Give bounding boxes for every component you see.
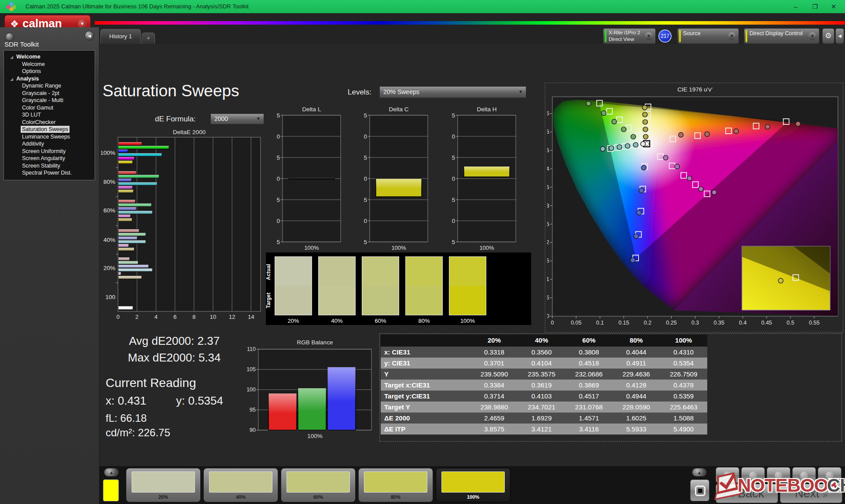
patch-button-80%[interactable]: 80% xyxy=(358,468,433,502)
current-patch-swatch[interactable] xyxy=(103,479,119,501)
row-label: ΔE 2000 xyxy=(381,413,470,424)
tree-item-welcome[interactable]: Welcome xyxy=(4,61,95,68)
source-dropdown[interactable]: Source ▼ xyxy=(677,28,739,44)
tree-item-spectral-power-dist-[interactable]: Spectral Power Dist. xyxy=(4,169,95,177)
chevron-down-icon[interactable]: ▼ xyxy=(645,32,653,40)
stop-button[interactable] xyxy=(690,479,709,501)
maximize-button[interactable]: ❐ xyxy=(806,1,824,12)
chevron-down-icon: ▼ xyxy=(256,113,261,124)
display-control-dropdown[interactable]: Direct Display Control ▼ xyxy=(744,28,819,44)
measurement-table-panel: 20%40%60%80%100%x: CIE310.33180.35600.38… xyxy=(379,333,842,442)
sync-icon xyxy=(826,471,834,479)
svg-text:100%: 100% xyxy=(391,245,406,251)
meter-count-badge[interactable]: 217 xyxy=(658,29,672,43)
tab-history-1[interactable]: History 1 xyxy=(100,29,141,44)
table-row: ΔE ITP3.85753.41213.41165.59335.4900 xyxy=(381,424,707,435)
tree-item-3d-lut[interactable]: 3D LUT xyxy=(4,111,95,119)
tree-item-additivity[interactable]: Additivity xyxy=(4,140,95,148)
svg-text:100: 100 xyxy=(105,294,115,300)
reading-fl: fL: 66.18 xyxy=(106,412,147,424)
tree-item-color-gamut[interactable]: Color Gamut xyxy=(4,104,95,112)
tree-item-colorchecker[interactable]: ColorChecker xyxy=(4,119,95,126)
svg-text:-5: -5 xyxy=(452,197,455,203)
transport-button-4[interactable] xyxy=(792,467,816,483)
transport-button-2[interactable] xyxy=(741,467,765,483)
chevron-down-icon: ▼ xyxy=(518,86,523,97)
minimize-button[interactable]: – xyxy=(787,1,805,12)
swatch-level-label: 20% xyxy=(275,318,312,324)
tree-item-screen-uniformity[interactable]: Screen Uniformity xyxy=(4,148,95,155)
actual-half xyxy=(275,257,312,286)
svg-text:95: 95 xyxy=(250,407,256,413)
tree-expanded-icon[interactable] xyxy=(10,56,13,59)
nav-expand-button[interactable]: ▲ xyxy=(692,468,707,477)
patch-bar-expand-button[interactable]: ▲ xyxy=(104,468,119,477)
tree-item-label: Screen Uniformity xyxy=(21,148,67,155)
sidebar-options-button[interactable] xyxy=(5,33,14,41)
transport-button-1[interactable] xyxy=(716,467,739,483)
tree-item-screen-stability[interactable]: Screen Stability xyxy=(4,162,95,170)
cell-value: 0.3384 xyxy=(470,380,518,391)
cell-value: 1.6929 xyxy=(518,413,566,424)
patch-label: 20% xyxy=(126,494,200,500)
sidebar-collapse-button[interactable]: ◀ xyxy=(84,31,94,40)
calman-menu-chevron-icon[interactable]: ▼ xyxy=(78,19,87,28)
measurement-table: 20%40%60%80%100%x: CIE310.33180.35600.38… xyxy=(381,335,707,435)
tree-item-screen-angularity[interactable]: Screen Angularity xyxy=(4,155,95,162)
patch-button-20%[interactable]: 20% xyxy=(126,468,201,502)
cie-diagram-panel: CIE 1976 u'v'000.050.050.10.10.150.150.2… xyxy=(545,83,843,332)
cell-value: 232.0686 xyxy=(565,369,613,380)
cell-value: 2.4659 xyxy=(470,413,518,424)
cell-value: 0.3808 xyxy=(565,347,613,358)
tree-item-luminance-sweeps[interactable]: Luminance Sweeps xyxy=(4,133,95,141)
record-icon xyxy=(775,471,783,479)
reading-y: y: 0.5354 xyxy=(176,394,223,408)
patch-color xyxy=(364,471,427,493)
add-tab-button[interactable]: + xyxy=(142,33,155,44)
stop-icon xyxy=(695,486,705,496)
cell-value: 234.7021 xyxy=(518,402,566,413)
rainbow-strip xyxy=(95,21,845,25)
sidebar: ◀ SDR Toolkit WelcomeWelcomeOptionsAnaly… xyxy=(0,27,99,504)
meter-dropdown[interactable]: X-Rite i1Pro 2 Direct View ▼ xyxy=(603,28,656,44)
display-control-status-accent xyxy=(746,30,747,42)
patch-button-40%[interactable]: 40% xyxy=(203,468,278,502)
svg-text:10: 10 xyxy=(452,133,455,140)
patch-button-100%[interactable]: 100% xyxy=(436,468,511,502)
tree-item-grayscale-multi[interactable]: Grayscale - Multi xyxy=(4,97,95,104)
back-button[interactable]: « Back xyxy=(716,484,778,503)
tree-item-label: Spectral Power Dist. xyxy=(21,169,73,176)
de-formula-dropdown[interactable]: 2000▼ xyxy=(210,113,264,124)
svg-text:0.5: 0.5 xyxy=(786,320,794,326)
tree-item-label: Luminance Sweeps xyxy=(21,133,71,140)
tree-item-grayscale-2pt[interactable]: Grayscale - 2pt xyxy=(4,90,95,97)
svg-text:RGB Balance: RGB Balance xyxy=(297,339,333,346)
tree-item-saturation-sweeps[interactable]: Saturation Sweeps xyxy=(4,126,95,133)
patch-button-60%[interactable]: 60% xyxy=(281,468,356,502)
tree-item-analysis[interactable]: Analysis xyxy=(4,75,95,83)
svg-text:80%: 80% xyxy=(103,179,115,185)
transport-button-3[interactable] xyxy=(767,467,790,483)
tree-item-dynamic-range[interactable]: Dynamic Range xyxy=(4,82,95,90)
svg-text:0: 0 xyxy=(364,175,367,182)
close-button[interactable]: ✕ xyxy=(825,1,842,12)
current-reading-title: Current Reading xyxy=(106,376,196,390)
collapse-toolbar-button[interactable]: ◀ xyxy=(835,28,844,44)
tree-expanded-icon[interactable] xyxy=(10,78,13,81)
tree-item-options[interactable]: Options xyxy=(4,68,95,75)
cell-value: 225.6463 xyxy=(660,402,707,413)
tree-item-welcome[interactable]: Welcome xyxy=(4,53,95,61)
transport-button-5[interactable] xyxy=(818,467,841,483)
cell-value: 0.3619 xyxy=(518,380,566,391)
tree-item-label: Additivity xyxy=(21,140,45,147)
cell-value: 0.4517 xyxy=(565,391,613,402)
next-button[interactable]: Next » xyxy=(780,484,842,503)
svg-text:12: 12 xyxy=(229,314,235,320)
table-header-row: 20%40%60%80%100% xyxy=(381,335,707,347)
svg-text:4: 4 xyxy=(154,314,158,320)
settings-button[interactable]: ⚙ xyxy=(822,28,834,44)
svg-text:0.3: 0.3 xyxy=(547,203,549,209)
levels-dropdown[interactable]: 20% Sweeps▼ xyxy=(379,86,526,98)
chevron-down-icon[interactable]: ▼ xyxy=(808,32,816,40)
chevron-down-icon[interactable]: ▼ xyxy=(728,32,736,40)
